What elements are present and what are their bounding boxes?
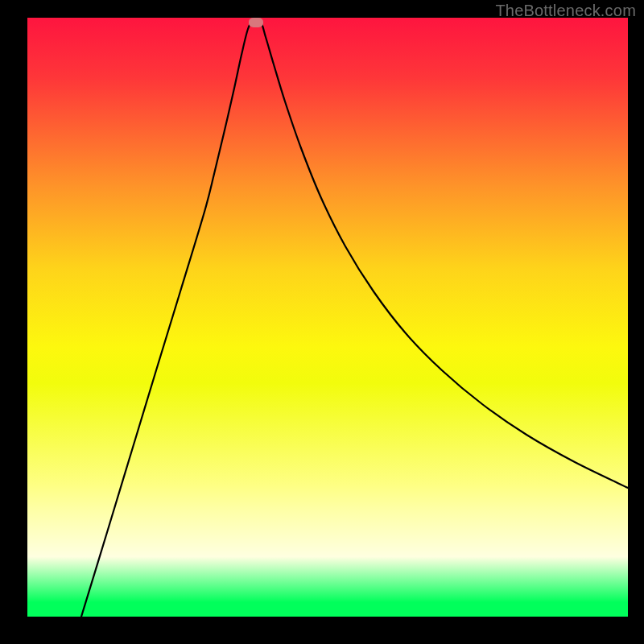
chart-area <box>27 18 628 617</box>
bottleneck-curve <box>27 18 628 617</box>
watermark: TheBottleneck.com <box>495 2 636 20</box>
highlight-marker <box>249 18 263 27</box>
